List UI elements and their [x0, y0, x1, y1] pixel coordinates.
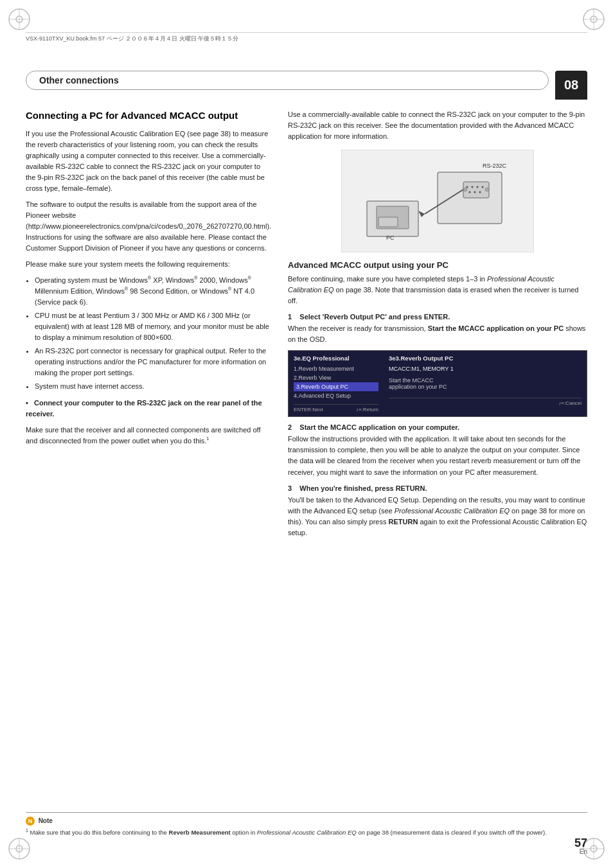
- step3-heading: 3 When you're finished, press RETURN.: [288, 484, 587, 492]
- connect-para: Make sure that the receiver and all conn…: [26, 425, 270, 447]
- connector-diagram: RS-232C: [288, 150, 587, 252]
- osd-left-title: 3e.EQ Professional: [294, 355, 378, 362]
- bullet-item-2: CPU must be at least Pentium 3 / 300 MHz…: [35, 310, 270, 343]
- footnote-text: 1 Make sure that you do this before cont…: [26, 828, 587, 836]
- cable-para: Use a commercially-available cable to co…: [288, 109, 587, 142]
- bullet-item-1: Operating system must be Windows® XP, Wi…: [35, 275, 270, 308]
- svg-point-22: [477, 186, 479, 188]
- note-icon: N: [26, 817, 35, 826]
- chapter-tab: 08: [555, 71, 587, 100]
- svg-point-21: [472, 186, 474, 188]
- chapter-number: 08: [564, 78, 578, 93]
- corner-decoration-bl: [6, 836, 32, 862]
- requirements-list: Operating system must be Windows® XP, Wi…: [35, 275, 270, 392]
- osd-right-footer: ♪×:Cancel: [389, 398, 582, 406]
- bullet-item-3: An RS-232C port connector is necessary f…: [35, 346, 270, 378]
- osd-footer-return: ♪×:Return: [356, 407, 378, 412]
- corner-decoration-tr: [581, 6, 607, 32]
- footer-note: N Note 1 Make sure that you do this befo…: [26, 812, 587, 836]
- osd-left-panel: 3e.EQ Professional 1.Reverb Measurement …: [289, 351, 384, 416]
- step2-number: 2: [288, 423, 298, 431]
- osd-right-title: 3e3.Reverb Output PC: [389, 355, 582, 362]
- osd-footer-enter: ENTER:Next: [294, 407, 323, 412]
- bullet-item-4: System must have internet access.: [35, 381, 270, 392]
- before-continuing: Before continuing, make sure you have co…: [288, 274, 587, 306]
- page-lang: En: [580, 848, 587, 855]
- step1-desc: When the receiver is ready for transmiss…: [288, 323, 587, 345]
- osd-item-1: 1.Reverb Measurement: [294, 364, 378, 373]
- header-text: VSX-9110TXV_KU.book.fm 57 ページ ２００６年４月４日 …: [26, 35, 238, 42]
- header-strip: VSX-9110TXV_KU.book.fm 57 ページ ２００６年４月４日 …: [26, 32, 587, 43]
- svg-text:PC: PC: [386, 235, 395, 241]
- svg-point-24: [469, 191, 471, 193]
- step2-heading: 2 Start the MCACC application on your co…: [288, 423, 587, 431]
- svg-point-20: [466, 186, 468, 188]
- step2-desc: Follow the instructions provided with th…: [288, 434, 587, 477]
- two-columns: Connecting a PC for Advanced MCACC outpu…: [26, 109, 587, 544]
- connector-svg: RS-232C: [341, 150, 534, 252]
- svg-point-28: [485, 188, 489, 191]
- osd-start-text: Start the MCACC application on your PC: [389, 377, 582, 390]
- section-header-text: Other connections: [39, 75, 119, 85]
- svg-text:RS-232C: RS-232C: [483, 163, 507, 169]
- svg-point-27: [463, 188, 467, 191]
- osd-item-2: 2.Reverb View: [294, 373, 378, 382]
- step3-desc: You'll be taken to the Advanced EQ Setup…: [288, 495, 587, 538]
- step3-heading-text: When you're finished, press RETURN.: [299, 484, 427, 492]
- osd-item-4: 4.Advanced EQ Setup: [294, 391, 378, 400]
- intro-para2: The software to output the results is av…: [26, 199, 270, 254]
- section-header: Other connections: [26, 71, 549, 90]
- note-header-row: N Note: [26, 817, 587, 826]
- step1-heading-text: Select 'Reverb Output PC' and press ENTE…: [299, 313, 450, 321]
- osd-display: 3e.EQ Professional 1.Reverb Measurement …: [288, 350, 587, 417]
- osd-footer-cancel: ♪×:Cancel: [558, 400, 582, 406]
- step1-number: 1: [288, 313, 298, 321]
- section-title: Connecting a PC for Advanced MCACC outpu…: [26, 109, 270, 122]
- osd-start-line1: Start the MCACC: [389, 377, 582, 384]
- content-area: Connecting a PC for Advanced MCACC outpu…: [26, 109, 587, 817]
- svg-point-25: [474, 191, 476, 193]
- page-wrapper: VSX-9110TXV_KU.book.fm 57 ページ ２００６年４月４日 …: [0, 0, 613, 868]
- osd-right-panel: 3e3.Reverb Output PC MCACC:M1, MEMORY 1 …: [384, 351, 587, 416]
- step2-heading-text: Start the MCACC application on your comp…: [299, 423, 459, 431]
- osd-start-line2: application on your PC: [389, 384, 582, 390]
- connect-heading-bold: • Connect your computer to the RS-232C j…: [26, 399, 262, 418]
- svg-point-23: [482, 186, 484, 188]
- connect-heading-para: • Connect your computer to the RS-232C j…: [26, 398, 270, 420]
- osd-left-footer: ENTER:Next ♪×:Return: [294, 404, 378, 412]
- right-column: Use a commercially-available cable to co…: [288, 109, 587, 544]
- step1-heading: 1 Select 'Reverb Output PC' and press EN…: [288, 313, 587, 321]
- subsection-heading: Advanced MCACC output using your PC: [288, 260, 587, 270]
- requirements-intro: Please make sure your system meets the f…: [26, 259, 270, 270]
- osd-memory: MCACC:M1, MEMORY 1: [389, 366, 582, 372]
- svg-point-26: [479, 191, 481, 193]
- note-label: Note: [39, 817, 53, 824]
- osd-item-3-selected: 3.Reverb Output PC: [294, 382, 378, 391]
- corner-decoration-tl: [6, 6, 32, 32]
- step3-number: 3: [288, 484, 298, 492]
- intro-para1: If you use the Professional Acoustic Cal…: [26, 128, 270, 194]
- left-column: Connecting a PC for Advanced MCACC outpu…: [26, 109, 270, 544]
- svg-rect-34: [378, 217, 398, 227]
